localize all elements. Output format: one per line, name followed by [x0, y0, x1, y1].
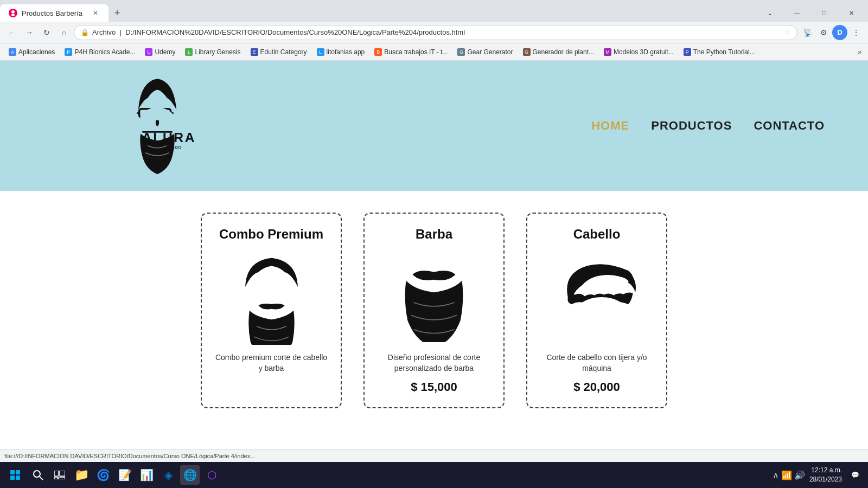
start-button[interactable]: [4, 464, 26, 486]
status-text: file:///D:/INFORMACION DAVID/ESCRITORIO/…: [4, 453, 255, 459]
bookmark-label: Udemy: [155, 48, 175, 56]
extensions-button[interactable]: ⚙: [816, 25, 831, 40]
gear-icon: G: [457, 48, 465, 56]
bookmark-star-icon[interactable]: ☆: [784, 28, 790, 36]
product-card-barba: Barba Diseño profesional de corte person…: [363, 213, 505, 408]
svg-rect-20: [54, 471, 59, 476]
taskbar-vscode[interactable]: ◈: [158, 465, 178, 485]
wifi-icon: 📶: [781, 470, 792, 480]
hero-section: ALURA ESTO 2020 HOME PRODUCTOS C: [0, 61, 868, 191]
svg-point-0: [11, 10, 15, 14]
system-clock[interactable]: 12:12 a.m. 28/01/2023: [809, 466, 842, 484]
product-price-cabello: $ 20,000: [573, 380, 620, 394]
cast-button[interactable]: 📡: [800, 25, 815, 40]
svg-rect-21: [60, 471, 65, 476]
close-button[interactable]: ✕: [839, 4, 864, 22]
taskbar-excel[interactable]: 📊: [137, 465, 156, 485]
aplicaciones-icon: A: [9, 48, 16, 56]
bookmark-label: Edutin Category: [260, 48, 307, 56]
litofanias-icon: L: [317, 48, 324, 56]
maximize-button[interactable]: □: [812, 4, 837, 22]
status-bar: file:///D:/INFORMACION DAVID/ESCRITORIO/…: [0, 449, 868, 462]
menu-button[interactable]: ⋮: [848, 25, 864, 40]
nav-home[interactable]: HOME: [591, 119, 629, 133]
product-card-combo: Combo Premium: [201, 213, 342, 408]
bookmark-litofanias[interactable]: L litofanias app: [312, 47, 369, 57]
bookmark-label: Modelos 3D gratuit...: [614, 48, 674, 56]
product-desc-cabello: Corte de cabello con tijera y/o máquina: [538, 352, 655, 374]
clock-time: 12:12 a.m.: [809, 466, 842, 475]
profile-button[interactable]: D: [832, 25, 847, 40]
notification-button[interactable]: 💬: [846, 466, 864, 484]
brand-logo: ALURA ESTO 2020: [108, 72, 206, 180]
bookmarks-bar: A Aplicaciones P P4H Bionics Acade... U …: [0, 43, 868, 61]
generador-icon: G: [523, 48, 531, 56]
bookmark-generador[interactable]: G Generador de plant...: [519, 47, 598, 57]
p4h-icon: P: [65, 48, 72, 56]
lock-icon: 🔒: [81, 29, 89, 36]
bookmark-label: The Python Tutorial...: [693, 48, 755, 56]
minimize-button[interactable]: —: [784, 4, 809, 22]
taskbar-chrome[interactable]: 🌐: [180, 465, 200, 485]
product-title-combo: Combo Premium: [219, 227, 323, 242]
taskbar-file-explorer[interactable]: 📁: [72, 465, 91, 485]
tray-caret-up[interactable]: ∧: [773, 470, 779, 480]
tab-favicon: [9, 9, 17, 17]
nav-products[interactable]: PRODUCTOS: [651, 119, 732, 133]
new-tab-button[interactable]: +: [108, 4, 126, 22]
product-card-cabello: Cabello Corte de cabello con tijera y/o …: [526, 213, 667, 408]
svg-rect-16: [10, 476, 15, 480]
taskbar-taskview[interactable]: [50, 465, 69, 485]
bookmark-label: Aplicaciones: [18, 48, 55, 56]
bookmark-busca[interactable]: B Busca trabajos IT - t...: [370, 47, 452, 57]
svg-point-18: [34, 471, 40, 477]
bookmark-label: litofanias app: [327, 48, 365, 56]
volume-icon: 🔊: [794, 470, 805, 480]
edutin-icon: E: [251, 48, 258, 56]
svg-rect-17: [16, 476, 20, 480]
address-bar[interactable]: 🔒 ☆: [74, 25, 797, 40]
tab-bar: Productos Barbería ✕ + ⌄ — □ ✕: [0, 0, 868, 22]
system-tray: ∧ 📶 🔊 12:12 a.m. 28/01/2023 💬: [773, 466, 864, 484]
url-input[interactable]: [92, 28, 781, 36]
busca-icon: B: [374, 48, 382, 56]
bookmark-python[interactable]: P The Python Tutorial...: [679, 47, 760, 57]
window-controls: ⌄ — □ ✕: [757, 4, 868, 22]
taskbar-vs[interactable]: ⬡: [202, 465, 221, 485]
tab-close-button[interactable]: ✕: [91, 9, 100, 17]
bookmark-libgen[interactable]: L Library Genesis: [181, 47, 245, 57]
active-tab[interactable]: Productos Barbería ✕: [0, 4, 108, 22]
libgen-icon: L: [185, 48, 193, 56]
back-button[interactable]: ←: [4, 25, 20, 40]
logo-area: ALURA ESTO 2020: [108, 72, 206, 180]
bookmarks-more-button[interactable]: »: [856, 47, 864, 57]
tab-list-button[interactable]: ⌄: [757, 4, 782, 22]
main-nav: HOME PRODUCTOS CONTACTO: [591, 119, 825, 133]
bookmark-edutin[interactable]: E Edutin Category: [246, 47, 311, 57]
nav-contact[interactable]: CONTACTO: [754, 119, 825, 133]
taskbar: 📁 🌀 📝 📊 ◈ 🌐 ⬡ ∧ 📶 🔊 12:12 a.m. 28/01/202…: [0, 462, 868, 488]
bookmark-udemy[interactable]: U Udemy: [141, 47, 180, 57]
tray-icons: ∧ 📶 🔊: [773, 470, 805, 480]
svg-line-19: [40, 477, 43, 480]
clock-date: 28/01/2023: [809, 475, 842, 484]
home-button[interactable]: ⌂: [56, 25, 72, 40]
taskbar-edge[interactable]: 🌀: [93, 465, 113, 485]
bookmark-label: Gear Generator: [467, 48, 513, 56]
product-image-barba: [391, 248, 477, 346]
forward-button[interactable]: →: [22, 25, 37, 40]
product-image-combo: [228, 248, 315, 346]
page-content: ALURA ESTO 2020 HOME PRODUCTOS C: [0, 61, 868, 449]
taskbar-search[interactable]: [28, 465, 48, 485]
browser-toolbar: ← → ↻ ⌂ 🔒 ☆ 📡 ⚙ D ⋮: [0, 22, 868, 43]
taskbar-word[interactable]: 📝: [115, 465, 135, 485]
reload-button[interactable]: ↻: [39, 25, 54, 40]
tab-title: Productos Barbería: [22, 9, 87, 17]
bookmark-label: Busca trabajos IT - t...: [384, 48, 448, 56]
bookmark-p4h[interactable]: P P4H Bionics Acade...: [60, 47, 139, 57]
product-desc-combo: Combo premium corte de cabello y barba: [213, 352, 330, 374]
bookmark-aplicaciones[interactable]: A Aplicaciones: [4, 47, 59, 57]
product-desc-barba: Diseño profesional de corte personalizad…: [375, 352, 493, 374]
bookmark-modelos[interactable]: M Modelos 3D gratuit...: [599, 47, 678, 57]
bookmark-gear[interactable]: G Gear Generator: [453, 47, 517, 57]
